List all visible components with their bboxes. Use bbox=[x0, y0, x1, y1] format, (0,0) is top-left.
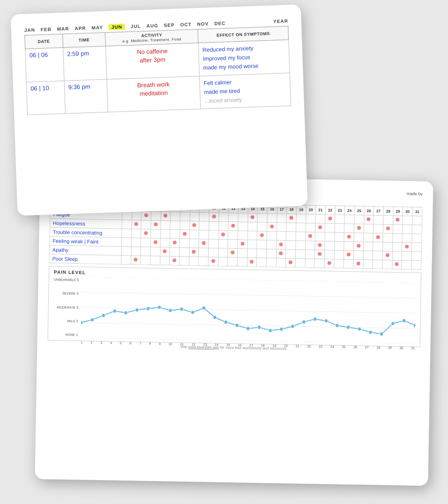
svg-point-17 bbox=[213, 315, 217, 319]
symptom-cell-4-13 bbox=[247, 249, 257, 258]
symptom-cell-4-8 bbox=[198, 248, 208, 257]
symptom-cell-1-29 bbox=[402, 225, 412, 234]
month-jun-active[interactable]: JUN bbox=[109, 23, 125, 30]
row2-activity: Breath workmeditation bbox=[107, 76, 200, 112]
symptom-cell-0-3 bbox=[151, 211, 161, 220]
symptom-cell-5-2 bbox=[140, 256, 150, 265]
col-time: TIME bbox=[62, 32, 105, 47]
symptom-cell-2-17 bbox=[286, 231, 296, 240]
day-21: 21 bbox=[316, 206, 325, 215]
svg-point-18 bbox=[224, 320, 228, 324]
symptom-cell-5-16 bbox=[276, 258, 286, 267]
symptom-cell-2-19 bbox=[305, 232, 315, 241]
symptom-cell-3-30 bbox=[411, 243, 421, 252]
symptom-cell-1-16 bbox=[277, 222, 286, 231]
symptom-cell-2-26 bbox=[373, 233, 383, 242]
day-22: 22 bbox=[325, 206, 335, 215]
symptom-cell-1-8 bbox=[199, 221, 209, 230]
svg-point-25 bbox=[302, 320, 306, 324]
symptom-cell-2-27 bbox=[383, 233, 393, 242]
symptom-cell-3-26 bbox=[373, 242, 383, 251]
symptom-cell-1-24 bbox=[354, 224, 364, 233]
symptom-cell-1-20 bbox=[315, 223, 325, 232]
symptom-cell-4-9 bbox=[208, 248, 218, 257]
svg-point-14 bbox=[180, 307, 184, 311]
symptom-cell-5-11 bbox=[228, 257, 237, 266]
symptom-cell-5-29 bbox=[402, 260, 411, 269]
svg-point-29 bbox=[347, 326, 351, 329]
symptom-cell-3-25 bbox=[363, 242, 373, 251]
symptom-cell-3-1 bbox=[131, 238, 141, 247]
symptom-cell-1-12 bbox=[238, 222, 248, 231]
symptom-cell-3-22 bbox=[334, 241, 344, 250]
symptom-cell-2-28 bbox=[392, 233, 402, 242]
symptom-cell-2-12 bbox=[238, 231, 248, 240]
symptom-cell-5-18 bbox=[295, 259, 305, 267]
symptom-cell-2-29 bbox=[402, 234, 412, 243]
symptom-cell-0-12 bbox=[238, 213, 248, 222]
svg-point-15 bbox=[191, 311, 195, 314]
month-sep: SEP bbox=[164, 22, 175, 28]
symptom-cell-4-18 bbox=[295, 250, 305, 259]
row2-time: 9:36 pm bbox=[64, 79, 108, 114]
symptom-cell-0-9 bbox=[209, 213, 219, 222]
symptom-cell-1-28 bbox=[393, 224, 403, 233]
symptom-cell-1-25 bbox=[364, 224, 374, 233]
symptom-cell-1-2 bbox=[141, 220, 151, 229]
symptom-cell-3-0 bbox=[121, 237, 131, 246]
col-date: DATE bbox=[25, 34, 63, 49]
symptom-cell-1-26 bbox=[373, 224, 383, 233]
month-may: MAY bbox=[92, 25, 103, 30]
year-label: YEAR bbox=[273, 18, 288, 24]
month-feb: FEB bbox=[41, 27, 51, 32]
symptom-cell-0-27 bbox=[383, 215, 393, 224]
symptom-cell-3-12 bbox=[237, 240, 247, 249]
svg-point-7 bbox=[102, 313, 106, 317]
symptom-cell-2-18 bbox=[296, 232, 306, 241]
month-dec: DEC bbox=[214, 21, 226, 26]
symptom-cell-4-24 bbox=[353, 251, 363, 259]
svg-point-33 bbox=[391, 322, 395, 326]
symptom-cell-3-24 bbox=[353, 242, 363, 251]
symptom-cell-5-25 bbox=[363, 259, 373, 268]
symptom-cell-5-1 bbox=[131, 256, 140, 265]
row1-time: 2:59 pm bbox=[63, 46, 107, 81]
row2-effects: Felt calmer made me tired ...inced anxie… bbox=[199, 73, 291, 109]
symptom-cell-3-28 bbox=[392, 242, 402, 251]
svg-line-2 bbox=[81, 307, 416, 313]
symptom-cell-3-20 bbox=[315, 241, 325, 250]
symptom-cell-1-14 bbox=[257, 222, 267, 231]
symptom-cell-5-30 bbox=[411, 260, 421, 269]
symptom-cell-1-7 bbox=[190, 221, 199, 230]
row1-effects: Reduced my anxiety Improved my focus mad… bbox=[198, 40, 290, 76]
symptom-cell-3-6 bbox=[179, 238, 189, 247]
symptom-cell-2-15 bbox=[267, 231, 277, 240]
symptom-cell-0-4 bbox=[161, 212, 170, 221]
month-mar: MAR bbox=[57, 26, 69, 32]
symptom-cell-2-8 bbox=[199, 230, 209, 239]
day-31: 31 bbox=[412, 207, 422, 216]
symptom-cell-2-11 bbox=[228, 230, 238, 239]
symptom-cell-2-20 bbox=[315, 232, 325, 241]
symptom-cell-2-21 bbox=[325, 232, 335, 241]
symptom-cell-2-1 bbox=[131, 229, 141, 238]
symptom-cell-3-8 bbox=[199, 239, 209, 248]
symptom-cell-5-22 bbox=[334, 259, 344, 268]
symptom-cell-0-7 bbox=[190, 212, 199, 221]
symptom-cell-0-15 bbox=[267, 214, 277, 222]
symptom-cell-3-4 bbox=[160, 238, 170, 247]
symptom-cell-1-9 bbox=[209, 222, 219, 230]
row1-activity: No caffeineafter 3pm bbox=[106, 43, 199, 79]
symptom-cell-2-10 bbox=[218, 230, 228, 239]
svg-point-10 bbox=[135, 308, 139, 312]
symptom-cell-5-8 bbox=[198, 257, 208, 266]
svg-point-23 bbox=[280, 327, 284, 331]
svg-point-34 bbox=[403, 319, 406, 323]
symptom-cell-2-5 bbox=[170, 230, 180, 238]
svg-line-1 bbox=[82, 292, 416, 298]
symptom-cell-4-7 bbox=[189, 248, 199, 257]
pain-chart: 1234567891011121314151617181920212223242… bbox=[81, 277, 416, 343]
symptom-cell-3-14 bbox=[257, 240, 267, 249]
symptom-cell-5-28 bbox=[392, 260, 402, 269]
symptom-cell-5-5 bbox=[169, 256, 179, 265]
